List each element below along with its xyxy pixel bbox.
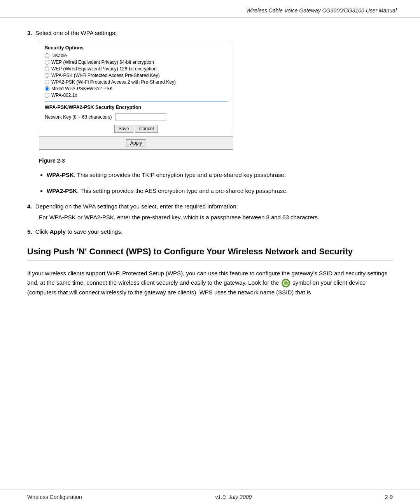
step-3: 3. Select one of the WPA settings: Secur… [27, 30, 393, 150]
save-cancel-row: Save Cancel [45, 125, 228, 133]
footer-left: Wireless Configuration [27, 494, 82, 500]
footer-center: v1.0, July 2009 [82, 494, 385, 500]
section-heading: Using Push 'N' Connect (WPS) to Configur… [27, 246, 393, 261]
step-3-label: 3. Select one of the WPA settings: [27, 30, 393, 36]
radio-wep64[interactable] [45, 60, 49, 65]
radio-disable-label: Disable [51, 53, 67, 58]
security-options-box: Security Options Disable WEP (Wired Equi… [39, 41, 233, 150]
network-key-input[interactable] [116, 113, 166, 121]
page-container: Wireless Cable Voice Gateway CG3000/CG31… [0, 0, 420, 504]
radio-wpa2-psk[interactable] [45, 80, 49, 84]
step-4-main-text: Depending on the WPA settings that you s… [35, 203, 238, 210]
step-4-number: 4. [27, 203, 32, 210]
cancel-button[interactable]: Cancel [135, 125, 158, 133]
radio-wep128-label: WEP (Wired Equivalent Privacy) 128-bit e… [51, 66, 157, 72]
body-paragraph: If your wireless clients support Wi-Fi P… [27, 269, 393, 298]
step-5-number: 5. [27, 228, 32, 235]
section-title: Using Push 'N' Connect (WPS) to Configur… [27, 246, 393, 257]
radio-option-disable: Disable [45, 53, 228, 58]
step-4-main: 4. Depending on the WPA settings that yo… [27, 203, 393, 210]
radio-option-wpa-psk: WPA-PSK (Wi-Fi Protected Access Pre-Shar… [45, 73, 228, 78]
radio-disable[interactable] [45, 53, 49, 58]
radio-wpa-psk-label: WPA-PSK (Wi-Fi Protected Access Pre-Shar… [51, 73, 160, 78]
footer-right: 2-9 [385, 494, 393, 500]
wps-icon [282, 279, 290, 287]
radio-option-wpa-8021x: WPA-802.1x [45, 93, 228, 98]
radio-option-wpa2-psk: WPA2-PSK (Wi-Fi Protected Access 2 with … [45, 79, 228, 85]
main-content: 3. Select one of the WPA settings: Secur… [0, 18, 420, 490]
wpa-psk-term: WPA-PSK [47, 172, 74, 178]
radio-option-wep64: WEP (Wired Equivalent Privacy) 64-bit en… [45, 60, 228, 65]
apply-emphasis: Apply [50, 228, 66, 235]
header-title: Wireless Cable Voice Gateway CG3000/CG31… [246, 7, 397, 14]
radio-option-wep128: WEP (Wired Equivalent Privacy) 128-bit e… [45, 66, 228, 72]
save-button[interactable]: Save [114, 125, 133, 133]
wpa2-psk-text: . This setting provides the AES encrypti… [77, 187, 288, 194]
apply-row: Apply [39, 136, 233, 149]
bullet-item-wpa2-psk: WPA2-PSK. This setting provides the AES … [47, 187, 393, 196]
bullet-list: WPA-PSK. This setting provides the TKIP … [47, 171, 393, 195]
wpa-psk-text: . This setting provides the TKIP encrypt… [74, 172, 286, 178]
network-key-label: Network Key (8 ~ 63 characters) [45, 114, 112, 120]
step-3-text: Select one of the WPA settings: [35, 30, 117, 36]
wpa2-psk-term: WPA2-PSK [47, 187, 77, 194]
step-4: 4. Depending on the WPA settings that yo… [27, 203, 393, 222]
radio-mixed-label: Mixed WPA-PSK+WPA2-PSK [51, 86, 113, 91]
page-footer: Wireless Configuration v1.0, July 2009 2… [0, 490, 420, 504]
radio-wpa-8021x-label: WPA-802.1x [51, 93, 77, 98]
wpa-encryption-title: WPA-PSK/WPA2-PSK Security Encryption [45, 105, 228, 110]
network-key-row: Network Key (8 ~ 63 characters) [45, 113, 228, 121]
radio-option-mixed: Mixed WPA-PSK+WPA2-PSK [45, 86, 228, 91]
separator-line-1 [45, 101, 228, 102]
step-5: 5. Click Apply to save your settings. [27, 228, 393, 235]
bullet-item-wpa-psk: WPA-PSK. This setting provides the TKIP … [47, 171, 393, 180]
radio-wep64-label: WEP (Wired Equivalent Privacy) 64-bit en… [51, 60, 154, 65]
step-4-sub: For WPA-PSK or WPA2-PSK, enter the pre-s… [39, 213, 393, 222]
figure-label: Figure 2-3 [39, 158, 393, 164]
step-3-number: 3. [27, 30, 32, 36]
apply-button[interactable]: Apply [126, 139, 146, 147]
radio-wpa2-psk-label: WPA2-PSK (Wi-Fi Protected Access 2 with … [51, 79, 176, 85]
security-options-title: Security Options [45, 45, 228, 51]
radio-wpa-8021x[interactable] [45, 93, 49, 98]
page-header: Wireless Cable Voice Gateway CG3000/CG31… [0, 0, 420, 18]
radio-wep128[interactable] [45, 66, 49, 71]
step-5-text: Click Apply to save your settings. [35, 228, 122, 235]
radio-wpa-psk[interactable] [45, 73, 49, 78]
security-options-area: Security Options Disable WEP (Wired Equi… [39, 41, 233, 136]
radio-mixed[interactable] [45, 86, 49, 91]
